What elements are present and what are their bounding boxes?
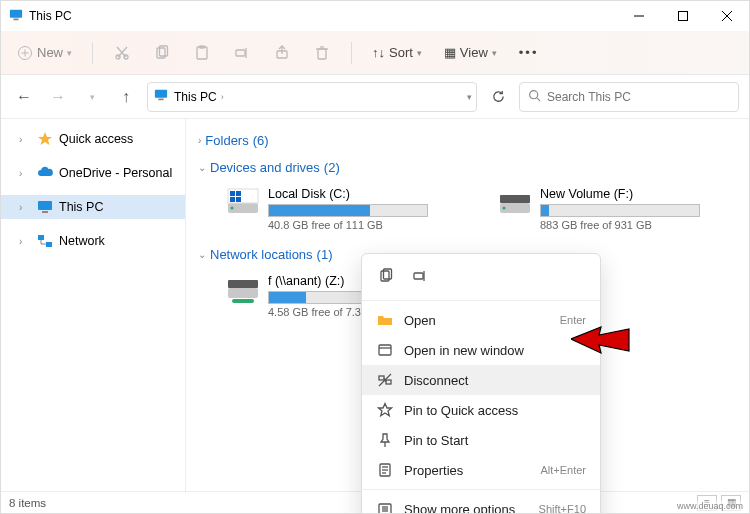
star-icon: [37, 131, 53, 147]
cut-button[interactable]: [107, 38, 137, 68]
address-bar[interactable]: This PC › ▾: [147, 82, 477, 112]
menu-label: Disconnect: [404, 373, 586, 388]
menu-properties[interactable]: Properties Alt+Enter: [362, 455, 600, 485]
section-folders[interactable]: › Folders (6): [198, 127, 737, 154]
svg-point-25: [530, 90, 538, 98]
svg-rect-20: [318, 49, 326, 59]
sidebar-item-quick-access[interactable]: › Quick access: [1, 127, 185, 151]
svg-rect-24: [158, 99, 163, 101]
titlebar: This PC: [1, 1, 749, 31]
svg-rect-29: [42, 211, 48, 213]
recent-dropdown[interactable]: ▾: [79, 84, 105, 110]
delete-button[interactable]: [307, 38, 337, 68]
window-title-group: This PC: [9, 8, 72, 25]
section-count: (1): [317, 247, 333, 262]
command-bar: New ▾ ↑↓ Sort ▾ ▦ View ▾ •••: [1, 31, 749, 75]
section-label: Folders: [205, 133, 248, 148]
chevron-down-icon[interactable]: ▾: [467, 92, 472, 102]
section-label: Devices and drives: [210, 160, 320, 175]
capacity-bar: [268, 291, 368, 304]
rename-button[interactable]: [227, 38, 257, 68]
drive-name: Local Disk (C:): [268, 187, 456, 201]
paste-button[interactable]: [187, 38, 217, 68]
new-window-icon: [376, 342, 394, 358]
svg-point-43: [503, 207, 506, 210]
search-icon: [528, 89, 541, 105]
search-input[interactable]: [547, 90, 730, 104]
chevron-right-icon: ›: [198, 135, 201, 146]
menu-pin-start[interactable]: Pin to Start: [362, 425, 600, 455]
menu-label: Open in new window: [404, 343, 586, 358]
watermark: www.deuaq.com: [675, 501, 745, 511]
svg-rect-42: [500, 195, 530, 203]
view-dropdown[interactable]: ▦ View ▾: [438, 41, 503, 64]
svg-rect-15: [197, 47, 207, 59]
menu-pin-quick-access[interactable]: Pin to Quick access: [362, 395, 600, 425]
pc-icon: [37, 199, 53, 215]
svg-rect-51: [379, 345, 391, 355]
svg-rect-38: [230, 197, 235, 202]
forward-button[interactable]: →: [45, 84, 71, 110]
more-options-icon: [376, 501, 394, 514]
rename-icon[interactable]: [408, 264, 432, 288]
svg-rect-45: [228, 280, 258, 288]
separator: [362, 300, 600, 301]
drive-name: New Volume (F:): [540, 187, 728, 201]
svg-line-26: [537, 97, 540, 100]
sort-dropdown[interactable]: ↑↓ Sort ▾: [366, 41, 428, 64]
maximize-button[interactable]: [661, 1, 705, 31]
address-input[interactable]: [230, 90, 461, 104]
devices-list: Local Disk (C:) 40.8 GB free of 111 GB N…: [198, 181, 737, 241]
window-controls: [617, 1, 749, 31]
menu-disconnect[interactable]: Disconnect: [362, 365, 600, 395]
menu-shortcut: Alt+Enter: [540, 464, 586, 476]
menu-open-new-window[interactable]: Open in new window: [362, 335, 600, 365]
svg-rect-3: [679, 12, 688, 21]
menu-open[interactable]: Open Enter: [362, 305, 600, 335]
separator: [362, 489, 600, 490]
breadcrumb[interactable]: This PC ›: [174, 90, 224, 104]
svg-rect-1: [13, 18, 18, 20]
up-button[interactable]: ↑: [113, 84, 139, 110]
sidebar-item-network[interactable]: › Network: [1, 229, 185, 253]
window-title: This PC: [29, 9, 72, 23]
copy-icon[interactable]: [374, 264, 398, 288]
menu-label: Pin to Start: [404, 433, 586, 448]
section-devices[interactable]: ⌄ Devices and drives (2): [198, 154, 737, 181]
sidebar-item-onedrive[interactable]: › OneDrive - Personal: [1, 161, 185, 185]
close-button[interactable]: [705, 1, 749, 31]
menu-label: Pin to Quick access: [404, 403, 586, 418]
svg-rect-17: [236, 50, 245, 56]
menu-show-more[interactable]: Show more options Shift+F10: [362, 494, 600, 514]
copy-button[interactable]: [147, 38, 177, 68]
pc-icon: [154, 88, 168, 105]
refresh-button[interactable]: [485, 84, 511, 110]
menu-label: Show more options: [404, 502, 529, 515]
chevron-down-icon: ⌄: [198, 249, 206, 260]
chevron-down-icon: ⌄: [198, 162, 206, 173]
new-label: New: [37, 45, 63, 60]
search-box[interactable]: [519, 82, 739, 112]
back-button[interactable]: ←: [11, 84, 37, 110]
sidebar-item-this-pc[interactable]: › This PC: [1, 195, 185, 219]
share-button[interactable]: [267, 38, 297, 68]
menu-label: Properties: [404, 463, 530, 478]
chevron-right-icon: ›: [19, 168, 31, 179]
svg-rect-54: [386, 380, 391, 384]
pin-icon: [376, 432, 394, 448]
drive-free: 40.8 GB free of 111 GB: [268, 219, 456, 231]
minimize-button[interactable]: [617, 1, 661, 31]
separator: [92, 42, 93, 64]
drive-free: 883 GB free of 931 GB: [540, 219, 728, 231]
sidebar-item-label: This PC: [59, 200, 103, 214]
more-button[interactable]: •••: [513, 41, 545, 64]
svg-rect-36: [230, 191, 235, 196]
view-icon: ▦: [444, 45, 456, 60]
breadcrumb-label: This PC: [174, 90, 217, 104]
chevron-down-icon: ▾: [67, 48, 72, 58]
drive-new-volume-f[interactable]: New Volume (F:) 883 GB free of 931 GB: [498, 187, 728, 231]
new-button[interactable]: New ▾: [11, 41, 78, 65]
sort-label: Sort: [389, 45, 413, 60]
drive-local-c[interactable]: Local Disk (C:) 40.8 GB free of 111 GB: [226, 187, 456, 231]
pc-icon: [9, 8, 23, 25]
